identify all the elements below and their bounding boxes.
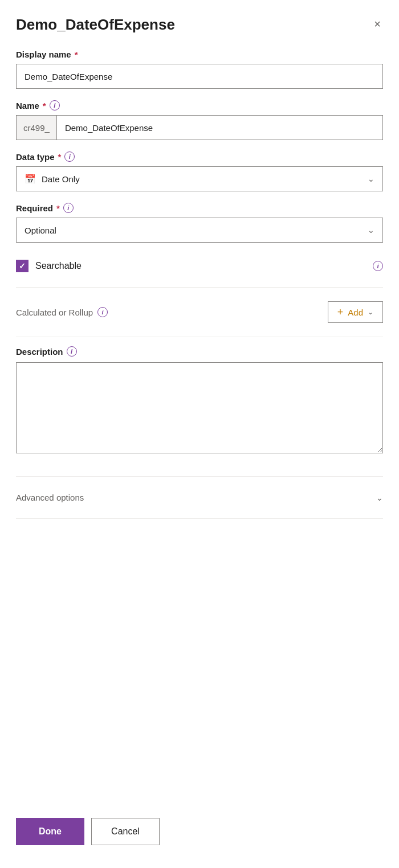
name-group: Name * i cr499_ [16,100,383,140]
description-group: Description i [16,346,383,456]
calc-rollup-row: Calculated or Rollup i + Add ⌄ [16,297,383,327]
searchable-label: Searchable [35,261,366,271]
data-type-select-wrapper: 📅 Date Only ⌄ [16,166,383,191]
calendar-icon: 📅 [25,174,36,185]
divider-4 [16,518,383,519]
required-group: Required * i Optional ⌄ [16,203,383,243]
divider-1 [16,287,383,288]
data-type-selected-value: Date Only [42,174,80,184]
data-type-label: Data type * i [16,152,383,162]
data-type-chevron-icon: ⌄ [368,174,374,183]
cancel-button[interactable]: Cancel [91,818,160,845]
data-type-required: * [58,152,62,162]
name-prefix: cr499_ [17,116,57,140]
calc-rollup-label: Calculated or Rollup i [16,307,108,317]
advanced-options-label: Advanced options [16,493,84,502]
display-name-group: Display name * [16,50,383,89]
field-editor-panel: Demo_DateOfExpense × Display name * Name… [0,0,399,868]
searchable-checkbox[interactable]: ✓ [16,260,28,272]
done-button[interactable]: Done [16,818,84,845]
name-required: * [43,101,46,110]
add-chevron-icon: ⌄ [368,308,373,316]
close-button[interactable]: × [372,16,383,32]
data-type-info-icon[interactable]: i [64,152,75,162]
divider-2 [16,337,383,337]
advanced-options-row[interactable]: Advanced options ⌄ [16,486,383,509]
checkmark-icon: ✓ [19,262,26,270]
name-field-wrapper: cr499_ [16,115,383,140]
add-button-label: Add [348,308,363,317]
searchable-info-icon[interactable]: i [373,261,383,271]
description-label: Description i [16,346,383,357]
required-select-wrapper: Optional ⌄ [16,218,383,243]
required-label: Required * i [16,203,383,213]
add-button[interactable]: + Add ⌄ [328,301,383,323]
required-field-required: * [56,203,60,213]
required-chevron-icon: ⌄ [368,226,374,235]
required-info-icon[interactable]: i [63,203,74,213]
name-input[interactable] [57,116,382,140]
divider-3 [16,476,383,477]
panel-title: Demo_DateOfExpense [16,16,175,34]
description-info-icon[interactable]: i [67,346,77,357]
name-info-icon[interactable]: i [50,100,60,110]
data-type-select[interactable]: 📅 Date Only ⌄ [16,166,383,191]
name-label: Name * i [16,100,383,110]
searchable-row: ✓ Searchable i [16,254,383,278]
panel-header: Demo_DateOfExpense × [16,16,383,34]
required-selected-value: Optional [25,226,56,235]
data-type-group: Data type * i 📅 Date Only ⌄ [16,152,383,191]
display-name-label: Display name * [16,50,383,59]
footer-buttons: Done Cancel [16,800,383,845]
plus-icon: + [337,306,344,318]
display-name-required: * [75,50,78,59]
description-textarea[interactable] [16,362,383,453]
calc-rollup-info-icon[interactable]: i [97,307,108,317]
display-name-input[interactable] [16,64,383,89]
advanced-options-chevron-icon: ⌄ [376,493,383,502]
required-select[interactable]: Optional ⌄ [16,218,383,243]
